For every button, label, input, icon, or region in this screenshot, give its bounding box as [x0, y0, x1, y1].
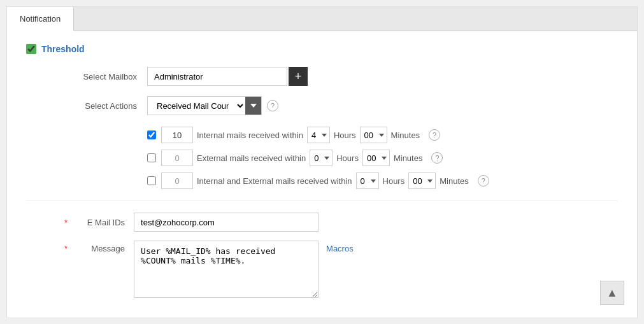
condition-2-hours-label: Hours	[336, 153, 359, 163]
message-row: * Message User %MAIL_ID% has received %C…	[26, 241, 618, 298]
mailbox-label: Select Mailbox	[64, 72, 147, 81]
condition-3-hours-select[interactable]: 012	[356, 173, 379, 189]
condition-2-minutes-select[interactable]: 001530	[362, 150, 390, 166]
actions-dropdown-arrow[interactable]	[245, 96, 262, 115]
condition-2-checkbox[interactable]	[147, 153, 156, 162]
condition-1-minutes-select[interactable]: 00153045	[360, 127, 387, 143]
threshold-header: Threshold	[26, 44, 618, 54]
tab-bar: Notification	[7, 7, 637, 31]
email-row: * E Mail IDs	[26, 213, 618, 232]
condition-2-minutes-label: Minutes	[394, 153, 423, 163]
condition-row-1: Internal mails received within 41236 Hou…	[147, 127, 618, 143]
condition-1-hours-label: Hours	[334, 130, 356, 140]
condition-3-minutes-label: Minutes	[440, 176, 469, 186]
main-container: Notification Threshold Select Mailbox + …	[6, 6, 638, 318]
conditions-area: Internal mails received within 41236 Hou…	[26, 127, 618, 189]
condition-1-checkbox[interactable]	[147, 130, 156, 139]
email-label: E Mail IDs	[70, 218, 134, 227]
message-required-star: *	[64, 241, 68, 253]
macros-link[interactable]: Macros	[326, 241, 354, 253]
condition-2-hours-select[interactable]: 012	[310, 150, 333, 166]
condition-2-count[interactable]	[161, 150, 193, 166]
condition-3-hours-label: Hours	[383, 176, 405, 186]
message-label: Message	[70, 241, 134, 253]
tab-notification[interactable]: Notification	[7, 7, 74, 31]
condition-row-3: Internal and External mails received wit…	[147, 173, 618, 189]
condition-3-text: Internal and External mails received wit…	[197, 176, 352, 186]
scroll-top-icon: ▲	[606, 286, 618, 300]
mailbox-row: Select Mailbox +	[26, 67, 618, 86]
condition-row-2: External mails received within 012 Hours…	[147, 150, 618, 166]
condition-1-minutes-label: Minutes	[391, 130, 420, 140]
condition-3-checkbox[interactable]	[147, 176, 156, 185]
content-area: Threshold Select Mailbox + Select Action…	[7, 31, 637, 311]
condition-2-text: External mails received within	[197, 153, 306, 163]
divider	[26, 201, 618, 201]
email-input[interactable]	[134, 213, 318, 232]
condition-1-text: Internal mails received within	[197, 130, 303, 140]
condition-1-hours-select[interactable]: 41236	[307, 127, 330, 143]
threshold-checkbox[interactable]	[26, 44, 36, 54]
condition-2-help-icon[interactable]: ?	[431, 152, 443, 164]
condition-1-count[interactable]	[161, 127, 193, 143]
scroll-top-button[interactable]: ▲	[600, 281, 624, 305]
condition-3-count[interactable]	[161, 173, 193, 189]
actions-select[interactable]: Received Mail Count Sent Mail Count Stor…	[147, 96, 245, 115]
condition-1-help-icon[interactable]: ?	[429, 129, 440, 141]
actions-help-icon[interactable]: ?	[267, 100, 278, 111]
actions-label: Select Actions	[64, 101, 147, 111]
threshold-label: Threshold	[41, 44, 85, 54]
actions-row: Select Actions Received Mail Count Sent …	[26, 96, 618, 115]
message-textarea[interactable]: User %MAIL_ID% has received %COUNT% mail…	[134, 241, 318, 298]
condition-3-minutes-select[interactable]: 001530	[408, 173, 436, 189]
email-required-star: *	[64, 218, 68, 227]
add-mailbox-button[interactable]: +	[289, 67, 308, 86]
mailbox-input[interactable]	[147, 67, 287, 86]
condition-3-help-icon[interactable]: ?	[478, 175, 489, 187]
